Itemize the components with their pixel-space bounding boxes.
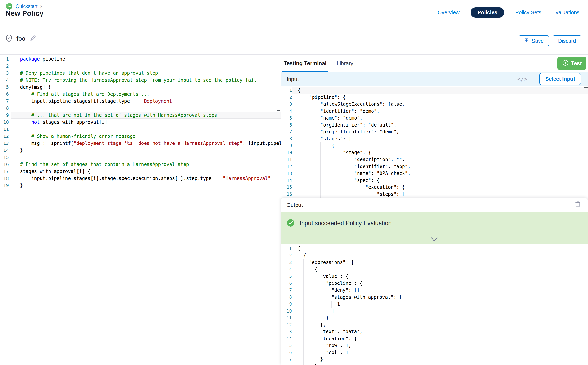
- output-card: Output Input succeeded Policy Evaluation…: [280, 198, 588, 365]
- nav-tab-policy-sets[interactable]: Policy Sets: [515, 10, 541, 16]
- code-line[interactable]: 15 "execution": {: [281, 184, 588, 191]
- code-line[interactable]: 3 "allowStageExecutions": false,: [281, 101, 588, 108]
- nav-tab-policies[interactable]: Policies: [471, 7, 504, 18]
- line-number: 11: [280, 315, 292, 322]
- code-line[interactable]: 8 "stages": [: [281, 135, 588, 142]
- code-line[interactable]: 4# NOTE: Try removing the HarnessApprova…: [0, 77, 280, 84]
- code-line[interactable]: 18 input.pipeline.stages[i].stage.spec.e…: [0, 175, 280, 182]
- select-input-button[interactable]: Select Input: [540, 73, 581, 85]
- code-line[interactable]: 14}: [0, 147, 280, 154]
- code-line[interactable]: 10 "stage": {: [281, 149, 588, 156]
- code-line[interactable]: 13 "text": "data",: [280, 328, 588, 335]
- trash-icon[interactable]: [575, 201, 581, 208]
- code-line[interactable]: 12 "identifier": "app",: [281, 163, 588, 170]
- code-line[interactable]: 17 }: [280, 356, 588, 363]
- code-line[interactable]: 16# Find the set of stages that contain …: [0, 161, 280, 168]
- line-number: 8: [280, 294, 292, 301]
- line-number: 14: [0, 147, 9, 154]
- code-line[interactable]: 6 "pipeline": {: [280, 280, 588, 287]
- save-label: Save: [532, 38, 544, 44]
- code-line[interactable]: 11: [0, 126, 280, 133]
- line-number: 13: [280, 328, 292, 335]
- policy-name-row: foo: [6, 35, 36, 42]
- code-line[interactable]: 5deny[msg] {: [0, 84, 280, 91]
- terminal-tabs-row: Testing Terminal Library Test: [280, 55, 588, 72]
- code-line[interactable]: 14 "location": {: [280, 335, 588, 342]
- code-line[interactable]: 9 {: [281, 142, 588, 149]
- code-line[interactable]: 15: [0, 154, 280, 161]
- code-line[interactable]: 14 "spec": {: [281, 177, 588, 184]
- code-line[interactable]: 4 "identifier": "demo",: [281, 108, 588, 115]
- chevron-down-icon[interactable]: [431, 237, 438, 243]
- line-number: 12: [281, 163, 292, 170]
- code-line[interactable]: 1{: [281, 87, 588, 94]
- code-line[interactable]: 1[: [280, 245, 588, 252]
- code-line[interactable]: 8: [0, 105, 280, 112]
- code-line[interactable]: 1package pipeline: [0, 56, 280, 63]
- breadcrumb-link-quickstart[interactable]: Quickstart: [16, 4, 38, 9]
- toolbar-divider: [0, 54, 588, 55]
- code-line[interactable]: 4 {: [280, 266, 588, 273]
- line-number: 4: [0, 77, 9, 84]
- code-line[interactable]: 12 },: [280, 322, 588, 329]
- discard-button[interactable]: Discard: [553, 35, 581, 46]
- code-line[interactable]: 8 "stages_with_approval": [: [280, 294, 588, 301]
- line-number: 16: [280, 349, 292, 356]
- code-line[interactable]: 2 {: [280, 252, 588, 259]
- code-line[interactable]: 13 msg := sprintf("deployment stage '%s'…: [0, 140, 280, 147]
- line-number: 19: [0, 182, 9, 189]
- code-line[interactable]: 3# Deny pipelines that don't have an app…: [0, 70, 280, 77]
- code-line[interactable]: 11 }: [280, 315, 588, 322]
- code-line[interactable]: 10 not stages_with_approval[i]: [0, 119, 280, 126]
- code-line[interactable]: 3 "expressions": [: [280, 259, 588, 266]
- line-number: 12: [0, 133, 9, 140]
- line-number: 10: [281, 149, 292, 156]
- code-line[interactable]: 18 }: [280, 363, 588, 365]
- code-line[interactable]: 17stages_with_approval[i] {: [0, 168, 280, 175]
- code-line[interactable]: 16 "col": 1: [280, 349, 588, 356]
- line-number: 8: [281, 135, 292, 142]
- line-number: 14: [280, 335, 292, 342]
- code-line[interactable]: 7 "projectIdentifier": "demo",: [281, 128, 588, 135]
- test-label: Test: [571, 60, 582, 66]
- upload-icon: [524, 38, 529, 44]
- code-line[interactable]: 5 "name": "demo",: [281, 115, 588, 122]
- line-number: 8: [0, 105, 9, 112]
- test-button[interactable]: Test: [557, 57, 587, 70]
- discard-label: Discard: [558, 38, 576, 44]
- code-line[interactable]: 7 "deny": [],: [280, 287, 588, 294]
- code-line[interactable]: 19}: [0, 182, 280, 189]
- code-line[interactable]: 7 input.pipeline.stages[i].stage.type ==…: [0, 98, 280, 105]
- code-line[interactable]: 9 1: [280, 301, 588, 308]
- nav-tab-overview[interactable]: Overview: [438, 10, 460, 16]
- code-line[interactable]: 6 "orgIdentifier": "default",: [281, 122, 588, 129]
- code-line[interactable]: 13 "name": "OPA check",: [281, 170, 588, 177]
- output-json-editor[interactable]: 1[2 {3 "expressions": [4 {5 "value": {6 …: [280, 244, 588, 365]
- input-scrollbar-mark: [584, 87, 588, 88]
- code-brackets-icon[interactable]: </>: [517, 72, 527, 86]
- tab-library[interactable]: Library: [337, 55, 353, 72]
- nav-tab-evaluations[interactable]: Evaluations: [552, 10, 579, 16]
- policy-name: foo: [16, 35, 26, 42]
- code-line[interactable]: 6 # Find all stages that are Deployments…: [0, 91, 280, 98]
- code-line[interactable]: 5 "value": {: [280, 273, 588, 280]
- line-number: 13: [0, 140, 9, 147]
- save-button[interactable]: Save: [519, 35, 549, 46]
- code-line[interactable]: 11 "description": "",: [281, 156, 588, 163]
- editor-overview-ruler-mark: [277, 110, 280, 111]
- output-header: Output: [280, 198, 588, 211]
- code-line[interactable]: 10 ]: [280, 308, 588, 315]
- code-line[interactable]: 15 "row": 1,: [280, 342, 588, 349]
- line-number: 2: [280, 252, 292, 259]
- code-line[interactable]: 2 "pipeline": {: [281, 94, 588, 101]
- tab-testing-terminal[interactable]: Testing Terminal: [284, 55, 327, 72]
- line-number: 14: [281, 177, 292, 184]
- code-line[interactable]: 12 # Show a human-friendly error message: [0, 133, 280, 140]
- code-line[interactable]: 9 # ... that are not in the set of stage…: [0, 112, 280, 119]
- edit-pencil-icon[interactable]: [30, 35, 36, 42]
- code-line[interactable]: 2: [0, 63, 280, 70]
- code-line[interactable]: 16 "steps": [: [281, 191, 588, 198]
- policy-code-editor[interactable]: 1package pipeline23# Deny pipelines that…: [0, 55, 280, 365]
- input-json-editor[interactable]: 1{2 "pipeline": {3 "allowStageExecutions…: [280, 86, 588, 198]
- line-number: 9: [280, 301, 292, 308]
